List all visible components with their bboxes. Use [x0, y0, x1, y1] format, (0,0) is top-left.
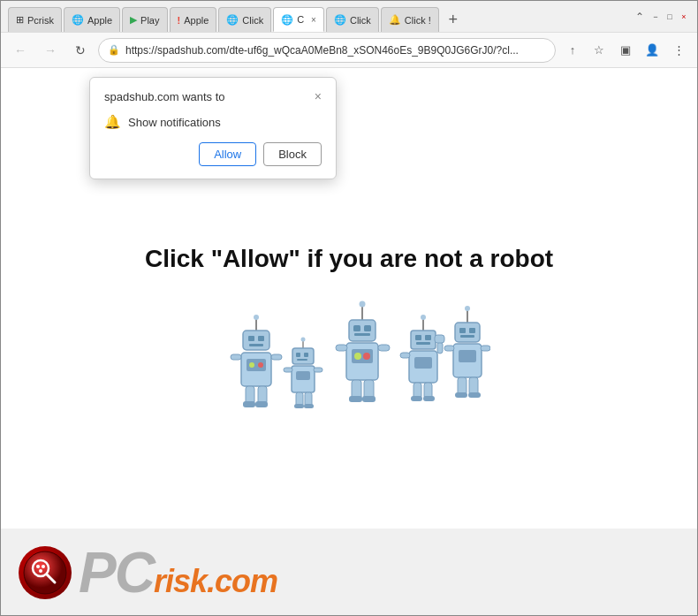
svg-point-80 — [39, 569, 42, 573]
svg-rect-4 — [258, 336, 264, 341]
svg-rect-51 — [416, 342, 430, 345]
popup-close-button[interactable]: × — [315, 90, 322, 103]
tab-pcrisk[interactable]: ⊞ Pcrisk — [8, 7, 62, 32]
svg-rect-53 — [414, 357, 432, 369]
allow-button[interactable]: Allow — [199, 142, 256, 166]
notification-popup: spadshub.com wants to × 🔔 Show notificat… — [89, 77, 337, 179]
svg-rect-74 — [468, 392, 481, 398]
svg-rect-5 — [249, 344, 263, 346]
click1-favicon: 🌐 — [226, 14, 239, 26]
svg-rect-23 — [296, 371, 310, 380]
tab-apple2[interactable]: ! Apple — [170, 7, 217, 32]
tab-label-apple2: Apple — [184, 15, 209, 26]
svg-point-78 — [36, 565, 40, 568]
nav-actions: ↑ ☆ ▣ 👤 ⋮ — [561, 39, 690, 62]
svg-rect-11 — [271, 354, 282, 360]
robots-illustration — [208, 300, 490, 441]
navigation-bar: ← → ↻ 🔒 https://spadshub.com/dte-uf6g_wQ… — [1, 33, 697, 68]
svg-rect-65 — [469, 328, 475, 333]
svg-point-39 — [363, 353, 370, 360]
tab-play[interactable]: ▶ Play — [122, 7, 167, 32]
svg-rect-73 — [455, 392, 467, 398]
forward-button[interactable]: → — [38, 38, 63, 63]
back-button[interactable]: ← — [8, 38, 33, 63]
svg-rect-70 — [481, 346, 490, 351]
svg-rect-44 — [349, 396, 362, 402]
pcrisk-pc: PC — [79, 544, 154, 601]
svg-point-9 — [258, 362, 263, 368]
popup-buttons: Allow Block — [104, 142, 322, 166]
new-tab-button[interactable]: + — [441, 7, 466, 32]
svg-point-75 — [24, 551, 66, 594]
popup-header: spadshub.com wants to × — [104, 90, 322, 103]
sidebar-button[interactable]: ▣ — [614, 39, 637, 62]
menu-button[interactable]: ⋮ — [667, 39, 690, 62]
pcrisk-logo: PC risk.com — [19, 544, 277, 601]
main-heading: Click "Allow" if you are not a robot — [145, 245, 553, 273]
tab-label-click2: Click — [350, 15, 371, 26]
apple2-favicon: ! — [178, 15, 181, 26]
svg-rect-69 — [444, 346, 454, 351]
click2-favicon: 🌐 — [334, 14, 346, 26]
svg-rect-14 — [243, 401, 255, 407]
tabs-area: ⊞ Pcrisk 🌐 Apple ▶ Play ! Apple 🌐 Click … — [8, 1, 632, 32]
tab-click2[interactable]: 🌐 Click — [326, 7, 379, 32]
svg-point-47 — [421, 315, 426, 320]
lock-icon: 🔒 — [108, 44, 120, 56]
address-bar[interactable]: 🔒 https://spadshub.com/dte-uf6g_wQcaA0Me… — [98, 38, 556, 63]
svg-rect-60 — [423, 396, 435, 401]
bell-icon: 🔔 — [104, 114, 121, 130]
svg-rect-2 — [243, 331, 269, 350]
svg-rect-68 — [459, 350, 476, 362]
tab-label-click3: Click ! — [405, 15, 431, 26]
svg-rect-25 — [314, 368, 322, 372]
svg-rect-55 — [437, 342, 443, 354]
svg-rect-32 — [349, 320, 376, 341]
minimize-button[interactable]: − — [649, 11, 662, 23]
svg-rect-33 — [353, 325, 360, 331]
svg-rect-20 — [304, 353, 308, 357]
svg-rect-29 — [304, 404, 314, 408]
svg-rect-40 — [336, 345, 347, 351]
bookmark-button[interactable]: ☆ — [588, 39, 611, 62]
svg-rect-3 — [248, 336, 254, 341]
svg-point-8 — [249, 362, 254, 368]
svg-point-31 — [360, 300, 366, 307]
popup-body: 🔔 Show notifications — [104, 114, 322, 130]
svg-rect-34 — [364, 325, 371, 331]
svg-rect-64 — [459, 328, 466, 333]
svg-rect-35 — [354, 333, 370, 336]
svg-rect-18 — [292, 348, 314, 364]
svg-rect-21 — [297, 359, 307, 361]
svg-rect-15 — [255, 401, 268, 407]
profile-button[interactable]: 👤 — [641, 39, 664, 62]
svg-point-79 — [42, 565, 45, 568]
tab-label-play: Play — [140, 15, 159, 26]
svg-rect-54 — [400, 353, 410, 358]
popup-description: Show notifications — [128, 116, 221, 129]
close-button[interactable]: × — [678, 11, 690, 23]
svg-rect-48 — [411, 331, 436, 349]
pcrisk-text: PC risk.com — [79, 544, 277, 601]
svg-point-38 — [354, 353, 361, 360]
reload-button[interactable]: ↻ — [68, 38, 93, 63]
tab-c-active[interactable]: 🌐 C × — [273, 7, 324, 32]
maximize-button[interactable]: □ — [664, 11, 676, 23]
tab-label-c: C — [297, 14, 304, 25]
svg-rect-66 — [460, 335, 474, 338]
svg-rect-10 — [231, 354, 241, 360]
url-text: https://spadshub.com/dte-uf6g_wQcaA0MeBn… — [125, 44, 546, 57]
tab-click3[interactable]: 🔔 Click ! — [381, 7, 439, 32]
tab-click1[interactable]: 🌐 Click — [218, 7, 271, 32]
svg-rect-56 — [435, 335, 444, 343]
click3-favicon: 🔔 — [389, 14, 401, 26]
svg-rect-19 — [296, 353, 300, 357]
share-button[interactable]: ↑ — [561, 39, 584, 62]
svg-rect-24 — [284, 368, 292, 372]
svg-rect-41 — [378, 345, 390, 351]
window-expand-icon: ⌃ — [635, 11, 644, 23]
tab-apple1[interactable]: 🌐 Apple — [64, 7, 120, 32]
block-button[interactable]: Block — [263, 142, 322, 166]
popup-title: spadshub.com wants to — [104, 90, 225, 103]
tab-close-c[interactable]: × — [311, 15, 316, 25]
